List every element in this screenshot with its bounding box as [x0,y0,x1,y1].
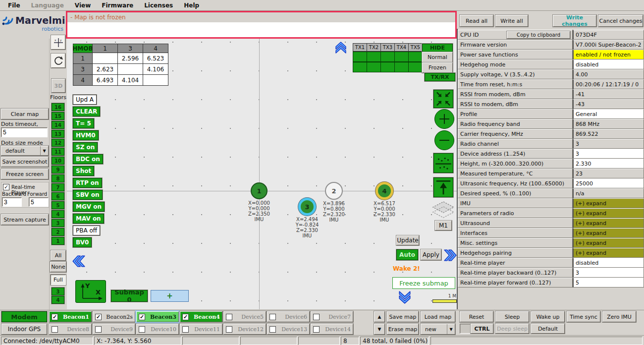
device-cell-device13[interactable]: Device13 [267,324,310,335]
add-submap-button[interactable]: + [151,290,189,302]
device-cell-device7[interactable]: Device7 [311,311,353,322]
tx-cell[interactable] [408,52,423,62]
save-map-button[interactable]: Save map [387,311,419,322]
deep-sleep-button[interactable]: Deep sleep [495,324,529,334]
device-cell-beacon1[interactable]: Beacon1 [49,311,92,322]
pan-left-icon[interactable] [72,254,86,268]
tx-cell[interactable] [380,52,395,62]
update-button[interactable]: Update [396,235,419,245]
device-checkbox[interactable] [52,314,58,320]
property-value[interactable]: (+) expand [573,198,644,208]
default-button[interactable]: Default [531,324,565,334]
zoom-in-button[interactable] [434,109,454,129]
device-scroll-down-button[interactable] [374,324,385,335]
floor-button-10[interactable]: 10 [52,157,64,165]
device-checkbox[interactable] [313,314,320,320]
device-checkbox[interactable] [182,326,189,333]
erase-map-button[interactable]: Erase map [387,324,419,335]
view-3d-button[interactable]: 3D [52,79,65,93]
floor-button-8[interactable]: 8 [52,174,64,182]
indoor-gps-button[interactable]: Indoor GPS [1,324,47,335]
floor-button-4[interactable]: 4 [52,210,64,218]
property-value[interactable]: 5 [573,278,644,288]
apply-button[interactable]: Apply [421,249,441,260]
menu-item-view[interactable]: View [70,0,96,10]
property-value[interactable]: 3 [573,268,644,278]
device-checkbox[interactable] [95,314,102,320]
menu-item-language[interactable]: Language [26,0,69,10]
zoom-out-button[interactable] [434,130,454,150]
axis-orientation-button[interactable]: Y X [75,280,106,303]
clear-map-button[interactable]: Clear map [1,109,49,119]
map-button-rtp-on[interactable]: RTP on [73,178,102,188]
device-scroll-up-button[interactable] [374,311,385,322]
property-value[interactable]: (+) expand [573,208,644,218]
map-button-bv0[interactable]: BV0 [73,237,92,247]
layers-icon[interactable] [431,201,455,219]
map-button-sbv-on[interactable]: SBV on [73,190,103,200]
property-value[interactable]: 073D4F [573,30,644,40]
device-cell-device11[interactable]: Device11 [180,324,222,335]
dots-display-button[interactable] [433,153,453,173]
time-sync-button[interactable]: Time sync [567,311,600,322]
map-button-pba-off[interactable]: PBA off [73,226,100,235]
device-cell-device5[interactable]: Device5 [223,311,266,322]
m1-button[interactable]: M1 [435,221,452,230]
device-checkbox[interactable] [269,326,276,333]
property-value[interactable]: enabled / not frozen [573,50,644,59]
sleep-button[interactable]: Sleep [495,311,529,322]
device-cell-beacon4[interactable]: Beacon4 [180,311,222,322]
floor-extra-button-4[interactable]: 4 [52,296,64,304]
menu-item-file[interactable]: File [3,0,25,10]
tx-normal-button[interactable]: Normal [422,52,453,62]
device-checkbox[interactable] [226,314,232,320]
device-checkbox[interactable] [139,326,145,333]
floors-none-button[interactable]: None [50,262,66,272]
load-map-button[interactable]: Load map [421,311,455,322]
property-value[interactable]: (+) expand [573,218,644,228]
property-value[interactable]: 3 [573,139,644,149]
property-value[interactable]: 23 [573,169,644,178]
floor-button-5[interactable]: 5 [52,201,64,209]
map-button-mgv-on[interactable]: MGV on [73,202,105,212]
property-value[interactable]: 4.00 [573,69,644,79]
tx-cell[interactable] [353,62,367,72]
device-cell-device9[interactable]: Device9 [93,324,135,335]
map-area[interactable]: HMOB13412.5966.52332.6234.10646.4934.104… [67,39,457,309]
modem-button[interactable]: Modem [1,311,47,322]
realtime-player-checkbox[interactable] [3,184,9,190]
tx-cell[interactable] [394,62,409,72]
property-value[interactable]: 869.522 [573,129,644,139]
tx-cell[interactable] [353,52,367,62]
property-value[interactable]: 868 MHz [573,119,644,129]
tx-frozen-button[interactable]: Frozen [422,62,453,73]
map-button-hvm0[interactable]: HVM0 [73,130,99,140]
device-checkbox[interactable] [52,326,58,333]
floor-button-13[interactable]: 13 [52,130,64,138]
tx-cell[interactable] [408,62,423,72]
property-value[interactable]: (+) expand [573,248,644,258]
auto-button[interactable]: Auto [396,249,418,260]
device-checkbox[interactable] [95,326,102,333]
floor-button-12[interactable]: 12 [52,139,64,147]
property-value[interactable]: -41 [573,89,644,99]
tx-cell[interactable] [367,52,381,62]
floor-button-3[interactable]: 3 [52,219,64,227]
map-button-t-5[interactable]: T= 5 [73,118,94,128]
tx-cell[interactable] [380,62,395,72]
property-value[interactable]: 3 [573,149,644,159]
fit-screen-button[interactable] [433,90,453,108]
axes-view-button[interactable]: xy [51,35,65,50]
device-cell-device14[interactable]: Device14 [311,324,353,335]
device-checkbox[interactable] [226,326,232,333]
tx-hide-button[interactable]: HIDE [422,44,453,52]
property-value[interactable]: (+) expand [573,228,644,238]
floor-button-2[interactable]: 2 [52,228,64,236]
stream-capture-button[interactable]: Stream capture [1,214,49,225]
device-cell-beacon3[interactable]: Beacon3 [136,311,179,322]
floor-button-1[interactable]: 1 [52,237,64,245]
property-value[interactable]: V7.000i Super-Beacon-2 [573,40,644,50]
device-checkbox[interactable] [139,314,145,320]
beacon-2[interactable]: 2 [325,182,343,200]
floors-full-button[interactable]: Full [51,275,66,285]
